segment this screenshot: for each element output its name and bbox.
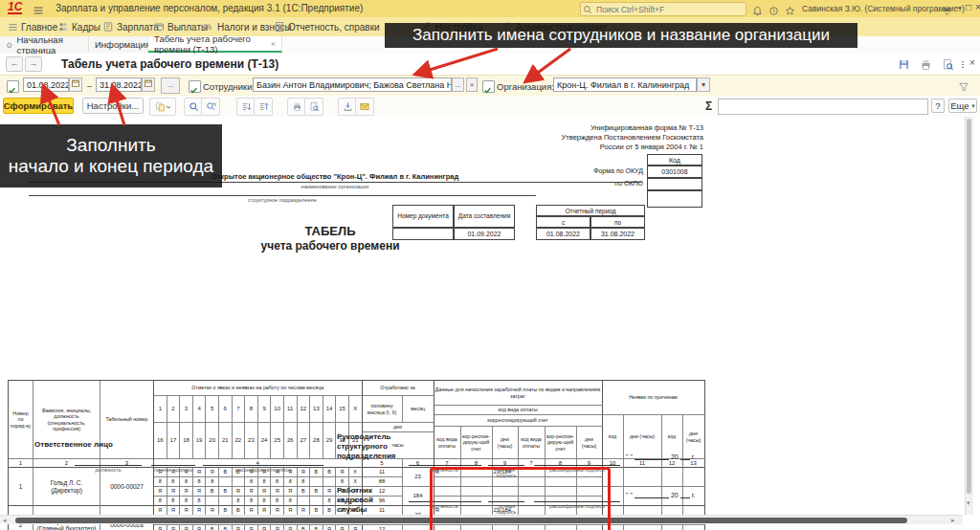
header-cell: половину месяца (I, II) [363,396,403,423]
back-button[interactable]: ← [6,56,23,72]
copy-dropdown-icon[interactable] [149,98,176,116]
period-to-field[interactable]: 31.08.2022 [96,77,142,92]
attendance-mark-cell: X [349,468,363,477]
absence-cell [683,525,705,530]
search-icon [583,5,592,14]
attendance-mark-cell: 8 [271,497,284,506]
attendance-mark-cell: Я [245,525,258,530]
forward-button[interactable]: → [25,56,42,72]
attendance-mark-cell [298,497,311,506]
find-next-icon[interactable] [201,98,220,116]
sign-line [151,465,195,466]
period-variants-button[interactable]: ... [161,77,180,94]
hr-worker-label: Работник кадровой службы [337,486,404,515]
report-toolbar: Сформировать Настройки... Σ ? Еще ▾ [0,96,980,118]
scroll-right-icon[interactable]: ▸ [951,517,955,524]
tab-information[interactable]: Информация × [89,36,148,53]
quick-filter-input[interactable] [722,100,924,113]
print-icon[interactable] [920,57,932,75]
attendance-mark-cell: Я [336,468,349,477]
save-icon[interactable] [898,57,910,75]
halfmonth-total-cell: 11 [363,468,403,477]
employees-pick-button[interactable]: ... [452,77,464,92]
period-checkbox[interactable] [7,80,19,93]
organization-dropdown-icon[interactable]: ▾ [697,77,710,92]
attendance-mark-cell: В [310,487,323,497]
settings-button[interactable]: Настройки... [82,98,144,114]
check-icon [189,86,198,95]
vertical-scroll-thumb[interactable] [967,119,971,494]
period-from-field[interactable]: 01.08.2022 [23,77,69,92]
day-number-cell: 3 [180,396,193,423]
organization-label: Организация: [497,81,554,92]
search-input[interactable] [594,3,742,15]
maximize-button[interactable]: □ [966,0,971,15]
employees-clear-icon[interactable]: × [466,77,478,92]
expand-rows-icon[interactable] [254,98,273,116]
header-cell: корреспондирующий счет [434,415,603,427]
day-number-cell: 28 [310,423,323,459]
form-note: Унифицированная форма № Т-13 Утверждена … [383,123,703,152]
menu-item-reports[interactable]: Отчетность, справки [274,17,380,36]
header-cell: код [603,415,624,459]
attendance-mark-cell: Я [167,525,181,530]
tab-timesheet-t13[interactable]: Табель учета рабочего времени (Т-13) × [148,36,282,53]
print-preview-icon[interactable] [304,98,323,116]
calendar-icon[interactable] [69,77,82,92]
sum-sigma-icon[interactable]: Σ [705,99,712,113]
absence-cell [624,468,662,487]
current-user: Савинская З.Ю. (Системный программист) [802,4,965,13]
quick-filter[interactable] [718,99,928,115]
header-cell: код вида оплаты [434,406,603,415]
help-button[interactable]: ? [931,99,945,113]
organization-checkbox[interactable] [482,80,495,93]
send-email-icon[interactable] [355,98,374,116]
attendance-mark-cell: 8 [284,497,298,506]
date-blank: " "20г. [626,492,695,498]
tab-home[interactable]: Начальная страница [0,36,89,53]
report-icon [274,21,285,33]
print-preview-icon[interactable] [942,57,954,75]
attendance-mark-cell: 8 [233,497,246,506]
menu-item-salary[interactable]: Зарплата [102,17,159,36]
find-icon[interactable] [184,98,203,116]
save-file-icon[interactable] [338,98,357,116]
close-form-icon[interactable]: × [969,57,975,68]
svg-text:%: % [204,21,212,32]
kebab-menu-icon[interactable] [958,57,968,75]
day-number-cell: X [349,396,363,423]
close-window-button[interactable]: × [975,0,980,15]
home-icon [6,40,12,50]
day-number-cell: 27 [298,423,311,459]
filter-funnel-icon[interactable] [958,79,969,97]
attendance-mark-cell: 8 [258,477,272,487]
global-search[interactable] [580,2,746,16]
generate-button[interactable]: Сформировать [3,98,74,114]
window-title: Зарплата и управление персоналом, редакц… [56,3,363,13]
day-number-cell: 24 [258,423,272,459]
day-number-cell: 29 [323,423,337,459]
calendar-icon[interactable] [142,77,155,92]
attendance-mark-cell: Я [323,525,337,530]
attendance-mark-cell: Я [154,525,167,530]
vertical-scrollbar[interactable]: ▾ [965,117,973,515]
collapse-rows-icon[interactable] [236,98,256,116]
day-number-cell: 11 [284,396,298,423]
more-button[interactable]: Еще ▾ [948,99,977,113]
attendance-mark-cell: Я [271,487,284,497]
organization-field[interactable]: Крон-Ц. Филиал в г. Калининград [553,77,697,92]
attendance-mark-cell: Я [336,525,349,530]
header-cell: кор-респон-дирую-щий счет [461,427,493,459]
sign-decode-caption: расшифровка подписи [203,467,323,473]
close-tab-icon[interactable]: × [271,39,276,49]
day-number-cell: 16 [154,423,167,459]
employees-field[interactable]: Базин Антон Владимирович; Бажова Светлан… [253,77,452,92]
scroll-left-icon[interactable]: ◂ [3,517,7,524]
scroll-down-icon[interactable]: ▾ [967,499,970,507]
employees-checkbox[interactable] [189,80,201,93]
code-header-cell: Код [647,154,702,166]
minimize-button[interactable]: – [956,0,962,15]
attendance-mark-cell: Я [349,525,363,530]
print-icon[interactable] [287,98,306,116]
attendance-mark-cell: 8 [271,477,284,487]
